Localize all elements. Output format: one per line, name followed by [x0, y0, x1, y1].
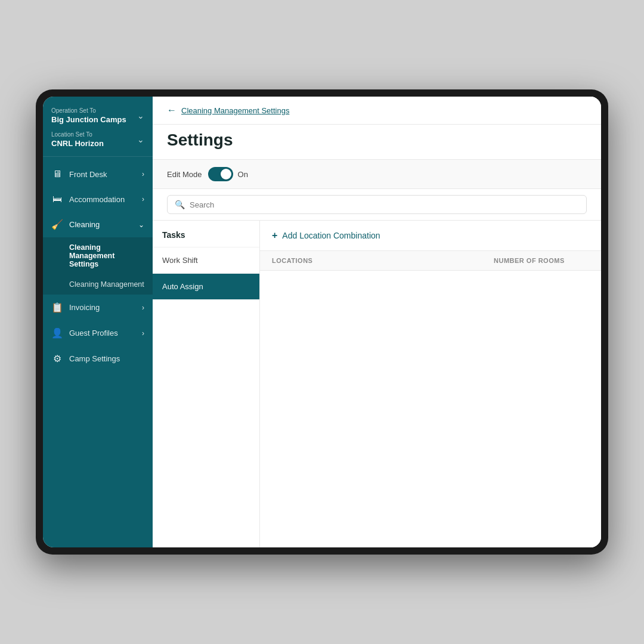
- front-desk-label: Front Desk: [69, 170, 107, 179]
- guest-profiles-chevron-icon: ›: [142, 329, 144, 338]
- edit-mode-toggle[interactable]: [208, 167, 233, 181]
- operation-chevron-icon: ⌄: [137, 111, 144, 120]
- location-value: CNRL Horizon: [51, 139, 104, 148]
- content-area: Tasks Work Shift Auto Assign + Add Locat…: [153, 221, 601, 547]
- accommodation-label: Accommodation: [69, 195, 125, 204]
- edit-mode-state: On: [238, 170, 248, 179]
- back-button[interactable]: ←: [167, 105, 177, 116]
- guest-profiles-icon: 👤: [51, 327, 63, 339]
- location-selector[interactable]: Location Set To CNRL Horizon ⌄: [51, 131, 144, 148]
- tasks-panel: Tasks Work Shift Auto Assign: [153, 221, 260, 547]
- breadcrumb-link[interactable]: Cleaning Management Settings: [181, 106, 289, 115]
- locations-body: [260, 271, 601, 547]
- cleaning-icon: 🧹: [51, 219, 63, 230]
- sidebar-item-cleaning-mgmt-settings[interactable]: Cleaning Management Settings: [43, 237, 153, 274]
- location-text: Location Set To CNRL Horizon: [51, 131, 104, 148]
- sidebar-item-invoicing[interactable]: 📋 Invoicing ›: [43, 295, 153, 320]
- tablet-frame: Operation Set To Big Junction Camps ⌄ Lo…: [36, 89, 608, 555]
- accommodation-icon: 🛏: [51, 194, 63, 205]
- sidebar-item-accommodation[interactable]: 🛏 Accommodation ›: [43, 187, 153, 212]
- sidebar-item-front-desk[interactable]: 🖥 Front Desk ›: [43, 162, 153, 187]
- guest-profiles-label: Guest Profiles: [69, 329, 118, 338]
- search-icon: 🔍: [175, 200, 185, 209]
- breadcrumb-bar: ← Cleaning Management Settings: [153, 97, 601, 125]
- edit-mode-bar: Edit Mode On: [153, 160, 601, 189]
- invoicing-icon: 📋: [51, 302, 63, 313]
- locations-table-header: LOCATIONS NUMBER OF ROOMS: [260, 251, 601, 271]
- cleaning-label: Cleaning: [69, 220, 100, 229]
- operation-text: Operation Set To Big Junction Camps: [51, 107, 126, 124]
- operation-label: Operation Set To: [51, 107, 126, 114]
- add-location-button[interactable]: + Add Location Combination: [260, 221, 601, 251]
- page-title-bar: Settings: [153, 125, 601, 160]
- sidebar-item-cleaning-management[interactable]: Cleaning Management: [43, 274, 153, 295]
- front-desk-icon: 🖥: [51, 169, 63, 179]
- operation-value: Big Junction Camps: [51, 115, 126, 124]
- task-item-work-shift[interactable]: Work Shift: [153, 247, 259, 274]
- search-bar: 🔍: [167, 195, 587, 214]
- edit-mode-label: Edit Mode: [167, 170, 202, 179]
- tablet-screen: Operation Set To Big Junction Camps ⌄ Lo…: [43, 97, 601, 547]
- cleaning-chevron-icon: ⌄: [138, 221, 144, 229]
- sidebar-item-guest-profiles[interactable]: 👤 Guest Profiles ›: [43, 320, 153, 346]
- sidebar-item-cleaning[interactable]: 🧹 Cleaning ⌄: [43, 212, 153, 237]
- location-label: Location Set To: [51, 131, 104, 138]
- sidebar-nav: 🖥 Front Desk › 🛏 Accommodation › 🧹 Clean…: [43, 157, 153, 547]
- invoicing-chevron-icon: ›: [142, 304, 144, 312]
- sidebar-item-camp-settings[interactable]: ⚙ Camp Settings: [43, 346, 153, 371]
- camp-settings-label: Camp Settings: [69, 354, 120, 363]
- task-item-auto-assign[interactable]: Auto Assign: [153, 274, 259, 300]
- locations-panel: + Add Location Combination LOCATIONS NUM…: [260, 221, 601, 547]
- location-chevron-icon: ⌄: [137, 135, 144, 144]
- accommodation-chevron-icon: ›: [142, 195, 144, 203]
- plus-icon: +: [272, 230, 277, 241]
- search-bar-wrapper: 🔍: [153, 189, 601, 221]
- col-locations-header: LOCATIONS: [272, 257, 494, 264]
- front-desk-chevron-icon: ›: [142, 170, 144, 178]
- sidebar: Operation Set To Big Junction Camps ⌄ Lo…: [43, 97, 153, 547]
- sidebar-header: Operation Set To Big Junction Camps ⌄ Lo…: [43, 97, 153, 157]
- add-location-label: Add Location Combination: [282, 231, 380, 240]
- camp-settings-icon: ⚙: [51, 353, 63, 364]
- main-content: ← Cleaning Management Settings Settings …: [153, 97, 601, 547]
- col-rooms-header: NUMBER OF ROOMS: [494, 257, 589, 264]
- cleaning-submenu: Cleaning Management Settings Cleaning Ma…: [43, 237, 153, 295]
- page-title: Settings: [167, 131, 587, 150]
- operation-selector[interactable]: Operation Set To Big Junction Camps ⌄: [51, 107, 144, 124]
- tasks-header: Tasks: [153, 221, 259, 247]
- search-input[interactable]: [190, 200, 579, 209]
- invoicing-label: Invoicing: [69, 303, 100, 312]
